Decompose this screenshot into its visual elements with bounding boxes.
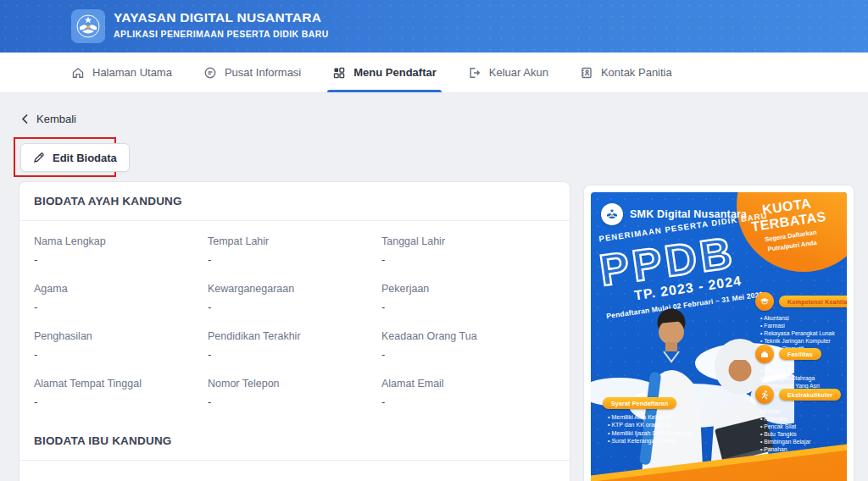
- nav-item-pusat-informasi[interactable]: Pusat Informasi: [203, 53, 301, 92]
- back-label: Kembali: [36, 113, 76, 125]
- ministry-logo: [71, 9, 105, 43]
- poster-card: KUOTA TERBATAS Segera Daftarkan Putra/pu…: [583, 185, 854, 481]
- field-nomor-telepon: Nomor Telepon -: [208, 378, 381, 408]
- school-logo-icon: [601, 203, 623, 225]
- chevron-left-icon: [21, 113, 29, 124]
- nav-label: Kontak Panitia: [601, 66, 672, 79]
- fields-grid-ayah: Nama Lengkap - Tempat Lahir - Tanggal La…: [19, 221, 570, 417]
- edit-biodata-label: Edit Biodata: [53, 152, 117, 164]
- kompetensi-pill: Kompetensi Keahlian: [779, 296, 847, 307]
- nav-label: Keluar Akun: [489, 66, 548, 79]
- field-tanggal-lahir: Tanggal Lahir -: [381, 235, 555, 266]
- app-subtitle: APLIKASI PENERIMAAN PESERTA DIDIK BARU: [114, 29, 329, 39]
- ppdb-poster: KUOTA TERBATAS Segera Daftarkan Putra/pu…: [591, 192, 847, 481]
- field-alamat-tempat-tinggal: Alamat Tempat Tinggal -: [34, 378, 208, 408]
- nav-label: Menu Pendaftar: [353, 66, 437, 79]
- field-pendidikan-terakhir: Pendidikan Terakhir -: [208, 330, 381, 361]
- field-keadaan-orang-tua: Keadaan Orang Tua -: [381, 330, 555, 361]
- edit-pencil-icon: [33, 152, 45, 163]
- poster-group-ekstra: Ekstrakulikuler Futsal Pramuka Pencak Si…: [755, 385, 841, 454]
- field-alamat-email: Alamat Email -: [381, 378, 555, 408]
- nav-label: Pusat Informasi: [225, 66, 301, 79]
- back-link[interactable]: Kembali: [21, 113, 76, 125]
- fasilitas-pill: Fasilitas: [779, 348, 821, 360]
- main-nav: Halaman Utama Pusat Informasi Menu Penda…: [0, 53, 868, 93]
- contact-book-icon: [580, 66, 593, 80]
- nav-item-kontak-panitia[interactable]: Kontak Panitia: [580, 53, 672, 92]
- syarat-pill: Syarat Pendaftaran: [603, 397, 676, 409]
- nav-label: Halaman Utama: [92, 66, 172, 79]
- home-icon: [71, 66, 85, 80]
- field-nama-lengkap: Nama Lengkap -: [34, 235, 208, 266]
- house-icon: [755, 345, 774, 363]
- tut-wuri-handayani-mini-icon: [604, 207, 620, 222]
- nav-item-menu-pendaftar[interactable]: Menu Pendaftar: [332, 53, 437, 92]
- certificate-icon: [755, 292, 774, 311]
- ekstra-pill: Ekstrakulikuler: [779, 389, 841, 401]
- field-penghasilan: Penghasilan -: [34, 330, 208, 361]
- app-header: YAYASAN DIGITAL NUSANTARA APLIKASI PENER…: [0, 0, 868, 53]
- syarat-items: Memiliki Akta Kelahiran KTP dan KK orang…: [603, 413, 692, 445]
- field-pekerjaan: Pekerjaan -: [381, 283, 555, 313]
- nav-item-keluar-akun[interactable]: Keluar Akun: [468, 53, 548, 92]
- poster-group-syarat: Syarat Pendaftaran Memiliki Akta Kelahir…: [603, 397, 692, 445]
- chat-icon: [203, 66, 217, 80]
- biodata-card: BIODATA AYAH KANDUNG Nama Lengkap - Temp…: [19, 181, 570, 481]
- field-agama: Agama -: [34, 283, 208, 313]
- edit-biodata-button[interactable]: Edit Biodata: [20, 143, 130, 172]
- section-title-ayah: BIODATA AYAH KANDUNG: [19, 182, 570, 221]
- nav-item-halaman-utama[interactable]: Halaman Utama: [71, 53, 172, 92]
- grid-icon: [332, 66, 346, 80]
- runner-icon: [755, 385, 774, 404]
- app-title: YAYASAN DIGITAL NUSANTARA: [114, 9, 329, 26]
- tut-wuri-handayani-icon: [75, 14, 101, 39]
- section-title-ibu: BIODATA IBU KANDUNG: [19, 422, 570, 461]
- field-kewarganegaraan: Kewarganegaraan -: [208, 283, 381, 313]
- field-tempat-lahir: Tempat Lahir -: [208, 235, 381, 266]
- logout-icon: [468, 66, 481, 80]
